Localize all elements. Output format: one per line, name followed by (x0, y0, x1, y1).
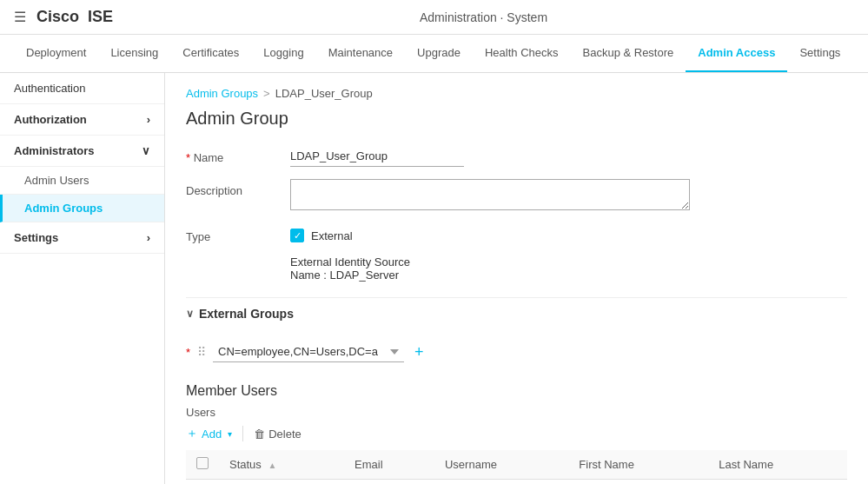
users-table: Status ▲ Email Username First Name (186, 450, 847, 484)
col-username: Username (434, 450, 568, 480)
toolbar-separator (242, 426, 243, 441)
sidebar-group-authorization[interactable]: Authorization › (0, 104, 164, 136)
col-first-name-label: First Name (579, 458, 634, 471)
add-label: Add (202, 428, 222, 441)
app-title: Administration · System (113, 10, 854, 24)
drag-handle-icon[interactable]: ⠿ (197, 345, 206, 359)
main-content: Admin Groups > LDAP_User_Group Admin Gro… (165, 73, 868, 484)
nav-health-checks[interactable]: Health Checks (473, 35, 571, 73)
nav-certificates[interactable]: Certificates (170, 35, 251, 73)
nav-logging[interactable]: Logging (251, 35, 315, 73)
col-status-label: Status (229, 458, 262, 471)
identity-source-info: External Identity Source Name : LDAP_Ser… (290, 255, 847, 282)
collapse-external-groups-icon[interactable]: ∨ (186, 308, 194, 320)
cisco-text: Cisco (36, 8, 79, 25)
col-email-label: Email (354, 458, 383, 471)
sidebar-authorization-label: Authorization (14, 113, 87, 126)
external-groups-row: * ⠿ CN=employee,CN=Users,DC=a CN=admin,C… (186, 336, 847, 368)
nav-deployment[interactable]: Deployment (14, 35, 98, 73)
nav-maintenance[interactable]: Maintenance (316, 35, 405, 73)
page-title: Admin Group (186, 109, 847, 129)
trash-icon: 🗑 (254, 428, 265, 441)
cisco-logo: Cisco ISE (36, 8, 113, 26)
name-input[interactable] (290, 146, 464, 167)
type-control: External (290, 225, 847, 242)
member-users-section: Member Users Users ＋ Add ▾ 🗑 Delete (186, 383, 847, 484)
chevron-down-icon: ∨ (142, 144, 150, 157)
col-status: Status ▲ (219, 450, 344, 480)
top-bar: ☰ Cisco ISE Administration · System (0, 0, 868, 35)
sidebar-item-authentication[interactable]: Authentication (0, 73, 164, 104)
name-label: Name (186, 146, 290, 164)
col-username-label: Username (445, 458, 497, 471)
sidebar-item-admin-users[interactable]: Admin Users (0, 167, 164, 195)
external-groups-title: External Groups (199, 307, 294, 321)
plus-icon: ＋ (186, 426, 198, 441)
description-row: Description (186, 179, 847, 213)
delete-label: Delete (268, 428, 301, 441)
identity-name-value: LDAP_Server (330, 269, 399, 282)
name-row: Name (186, 146, 847, 167)
sidebar: Authentication Authorization › Administr… (0, 73, 165, 484)
identity-source-label: External Identity Source (290, 255, 410, 269)
external-group-dropdown[interactable]: CN=employee,CN=Users,DC=a CN=admin,CN=Us… (213, 341, 404, 362)
type-row: Type External (186, 225, 847, 243)
chevron-right-settings-icon: › (147, 231, 150, 244)
nav-settings[interactable]: Settings (787, 35, 852, 73)
users-label: Users (186, 406, 847, 419)
sidebar-group-administrators[interactable]: Administrators ∨ (0, 136, 164, 167)
sidebar-settings-label: Settings (14, 231, 58, 244)
col-first-name: First Name (568, 450, 708, 480)
users-toolbar: ＋ Add ▾ 🗑 Delete (186, 426, 847, 441)
col-last-name: Last Name (708, 450, 847, 480)
name-control (290, 146, 847, 167)
sort-status-icon[interactable]: ▲ (268, 461, 276, 470)
nav-upgrade[interactable]: Upgrade (405, 35, 473, 73)
add-dropdown-icon[interactable]: ▾ (228, 429, 232, 439)
add-user-button[interactable]: ＋ Add ▾ (186, 426, 232, 441)
sidebar-administrators-label: Administrators (14, 144, 94, 157)
nav-licensing[interactable]: Licensing (98, 35, 170, 73)
no-data-row: No data available (186, 480, 847, 485)
breadcrumb: Admin Groups > LDAP_User_Group (186, 87, 847, 100)
nav-bar: Deployment Licensing Certificates Loggin… (0, 35, 868, 73)
external-checkbox[interactable] (290, 229, 304, 242)
chevron-right-icon: › (147, 113, 150, 126)
sidebar-item-admin-groups[interactable]: Admin Groups (0, 195, 164, 222)
external-groups-header: ∨ External Groups (186, 297, 847, 326)
no-data-cell: No data available (186, 480, 847, 485)
description-label: Description (186, 179, 290, 197)
nav-admin-access[interactable]: Admin Access (686, 35, 787, 73)
description-input[interactable] (290, 179, 690, 210)
required-indicator: * (186, 346, 190, 359)
select-all-checkbox[interactable] (196, 457, 209, 469)
add-external-group-button[interactable]: + (411, 344, 427, 360)
table-header-row: Status ▲ Email Username First Name (186, 450, 847, 480)
breadcrumb-separator: > (263, 87, 270, 100)
sidebar-group-settings[interactable]: Settings › (0, 222, 164, 254)
col-email: Email (344, 450, 434, 480)
external-label: External (311, 229, 353, 242)
delete-user-button[interactable]: 🗑 Delete (254, 428, 301, 441)
member-users-title: Member Users (186, 383, 847, 399)
description-control (290, 179, 847, 213)
product-text: ISE (88, 8, 113, 25)
type-label: Type (186, 225, 290, 243)
identity-name-label: Name : (290, 269, 327, 282)
layout: Authentication Authorization › Administr… (0, 73, 868, 484)
breadcrumb-current: LDAP_User_Group (275, 87, 373, 100)
col-last-name-label: Last Name (719, 458, 773, 471)
hamburger-icon[interactable]: ☰ (14, 9, 26, 25)
breadcrumb-parent-link[interactable]: Admin Groups (186, 87, 258, 100)
nav-backup-restore[interactable]: Backup & Restore (571, 35, 686, 73)
col-checkbox (186, 450, 219, 480)
